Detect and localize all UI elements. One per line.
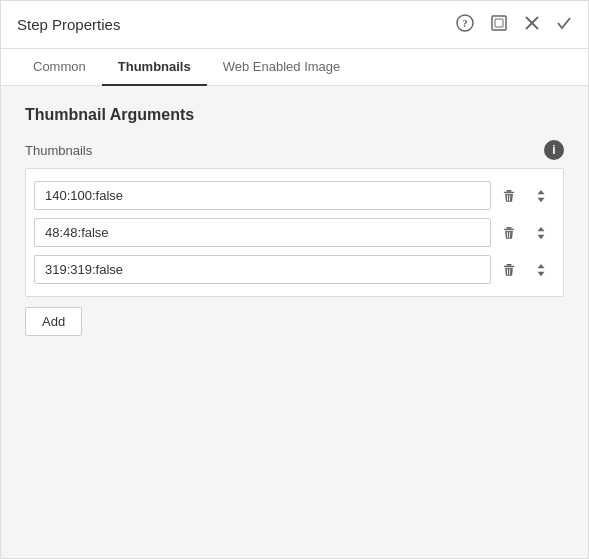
- reorder-button-3[interactable]: [527, 256, 555, 284]
- svg-rect-7: [504, 191, 515, 192]
- confirm-icon[interactable]: [556, 15, 572, 34]
- thumbnails-label: Thumbnails: [25, 143, 92, 158]
- svg-marker-13: [538, 234, 545, 238]
- svg-text:?: ?: [462, 17, 468, 29]
- svg-marker-16: [538, 263, 545, 267]
- svg-rect-10: [506, 226, 511, 228]
- svg-marker-17: [538, 271, 545, 275]
- thumbnail-input-2[interactable]: [34, 218, 491, 247]
- tab-common[interactable]: Common: [17, 49, 102, 86]
- svg-rect-2: [492, 16, 506, 30]
- tab-bar: Common Thumbnails Web Enabled Image: [1, 49, 588, 86]
- thumbnails-list: [25, 168, 564, 297]
- thumbnail-row: [34, 251, 555, 288]
- help-icon[interactable]: ?: [456, 14, 474, 35]
- delete-button-2[interactable]: [495, 219, 523, 247]
- svg-rect-3: [495, 19, 503, 27]
- title-bar-actions: ?: [456, 14, 572, 35]
- svg-marker-12: [538, 226, 545, 230]
- add-button[interactable]: Add: [25, 307, 82, 336]
- svg-marker-8: [538, 189, 545, 193]
- thumbnail-row: [34, 214, 555, 251]
- delete-button-3[interactable]: [495, 256, 523, 284]
- reorder-button-2[interactable]: [527, 219, 555, 247]
- info-icon[interactable]: i: [544, 140, 564, 160]
- svg-marker-9: [538, 197, 545, 201]
- tab-thumbnails[interactable]: Thumbnails: [102, 49, 207, 86]
- content-area: Thumbnail Arguments Thumbnails i: [1, 86, 588, 558]
- step-properties-window: Step Properties ?: [0, 0, 589, 559]
- section-title: Thumbnail Arguments: [25, 106, 564, 124]
- window-title: Step Properties: [17, 16, 120, 33]
- tab-web-enabled-image[interactable]: Web Enabled Image: [207, 49, 357, 86]
- field-label-row: Thumbnails i: [25, 140, 564, 160]
- svg-rect-15: [504, 265, 515, 266]
- thumbnail-input-1[interactable]: [34, 181, 491, 210]
- close-icon[interactable]: [524, 15, 540, 34]
- delete-button-1[interactable]: [495, 182, 523, 210]
- svg-rect-11: [504, 228, 515, 229]
- thumbnail-input-3[interactable]: [34, 255, 491, 284]
- reorder-button-1[interactable]: [527, 182, 555, 210]
- svg-rect-14: [506, 263, 511, 265]
- thumbnail-row: [34, 177, 555, 214]
- svg-rect-6: [506, 189, 511, 191]
- resize-icon[interactable]: [490, 14, 508, 35]
- title-bar: Step Properties ?: [1, 1, 588, 49]
